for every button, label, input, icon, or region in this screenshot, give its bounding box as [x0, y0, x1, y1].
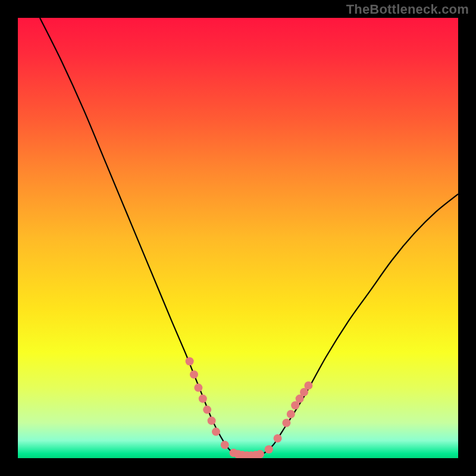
curve-marker: [221, 441, 229, 449]
curve-marker: [199, 394, 207, 403]
curve-marker: [194, 384, 202, 392]
curve-marker: [304, 381, 312, 390]
curve-marker: [282, 419, 290, 427]
curve-marker: [265, 445, 273, 453]
curve-marker: [212, 428, 220, 436]
curve-marker: [256, 450, 264, 458]
curve-marker: [203, 406, 211, 414]
plot-area: [18, 18, 458, 458]
bottleneck-curve: [40, 18, 458, 456]
chart-svg: [18, 18, 458, 458]
curve-markers: [186, 357, 313, 458]
watermark-text: TheBottleneck.com: [346, 2, 469, 17]
curve-marker: [287, 410, 295, 418]
curve-marker: [186, 357, 194, 365]
curve-marker: [208, 416, 216, 425]
curve-marker: [274, 434, 282, 443]
frame: TheBottleneck.com: [0, 0, 476, 476]
curve-marker: [190, 370, 198, 378]
